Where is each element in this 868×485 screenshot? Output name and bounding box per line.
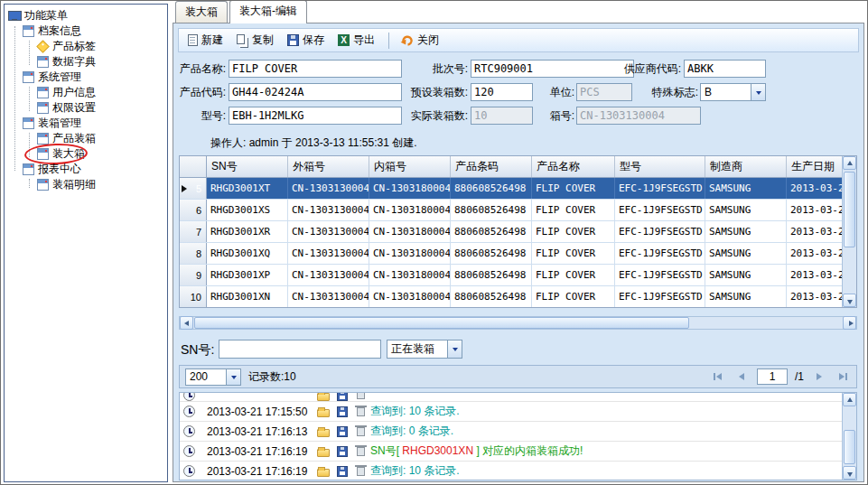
sidebar-item-pack-large-box[interactable]: 装大箱 — [6, 146, 165, 162]
tab-pack-large-box-edit[interactable]: 装大箱-编辑 — [229, 0, 307, 23]
cell-date[interactable]: 2013-03-20 — [787, 178, 843, 199]
sidebar-item-report-center[interactable]: 报表中心 — [6, 162, 165, 177]
dropdown-button[interactable] — [226, 369, 240, 385]
log-vertical-scrollbar[interactable] — [842, 393, 856, 480]
next-page-button[interactable] — [811, 369, 827, 385]
cell-product-name[interactable]: FLIP COVER — [532, 243, 615, 264]
cell-sn[interactable]: RHGD3001XN — [207, 286, 288, 307]
cell-inner-box[interactable]: CN-1303180004 — [369, 221, 451, 242]
cell-barcode[interactable]: 880608526498 — [451, 178, 532, 199]
scrollbar-thumb[interactable] — [194, 317, 689, 329]
export-button[interactable]: 导出 — [332, 30, 383, 51]
scroll-down-button[interactable] — [843, 294, 856, 307]
last-page-button[interactable] — [835, 369, 851, 385]
cell-outer-box[interactable]: CN-1303130004 — [288, 286, 369, 307]
column-header-sn[interactable]: SN号 — [207, 156, 288, 177]
cell-outer-box[interactable]: CN-1303130004 — [288, 221, 369, 242]
previous-page-button[interactable] — [733, 369, 750, 385]
scroll-down-button[interactable] — [843, 466, 856, 480]
cell-date[interactable]: 2013-03-20 — [787, 221, 843, 242]
cell-model[interactable]: EFC-1J9FSEGSTD — [615, 200, 705, 220]
sidebar-item-product-packing[interactable]: 产品装箱 — [6, 131, 165, 146]
table-row[interactable]: 8 RHGD3001XQ CN-1303130004 CN-1303180004… — [180, 243, 843, 265]
column-header-product-name[interactable]: 产品名称 — [532, 156, 615, 177]
grid-horizontal-scrollbar[interactable] — [179, 316, 857, 330]
scrollbar-thumb[interactable] — [844, 430, 855, 464]
table-row[interactable]: 9 RHGD3001XP CN-1303130004 CN-1303180004… — [180, 265, 843, 286]
cell-maker[interactable]: SAMSUNG — [705, 178, 787, 199]
row-header[interactable]: 6 — [180, 200, 207, 220]
save-button[interactable]: 保存 — [282, 30, 332, 51]
cell-barcode[interactable]: 880608526498 — [451, 243, 532, 264]
sidebar-item-data-dictionary[interactable]: 数据字典 — [6, 54, 165, 70]
column-header-date[interactable]: 生产日期 — [787, 156, 843, 177]
column-header-barcode[interactable]: 产品条码 — [451, 156, 532, 177]
row-header[interactable]: 5 — [180, 178, 207, 199]
tab-pack-large-box[interactable]: 装大箱 — [175, 1, 228, 23]
cell-inner-box[interactable]: CN-1303180004 — [369, 200, 451, 220]
special-flag-select[interactable]: B — [700, 83, 766, 101]
model-field[interactable] — [229, 107, 402, 125]
cell-sn[interactable]: RHGD3001XP — [207, 265, 288, 285]
row-header[interactable]: 8 — [180, 243, 207, 264]
cell-product-name[interactable]: FLIP COVER — [532, 286, 615, 307]
cell-model[interactable]: EFC-1J9FSEGSTD — [615, 221, 705, 242]
sidebar-item-system-management[interactable]: 系统管理 — [6, 70, 165, 85]
cell-date[interactable]: 2013-03-20 — [787, 200, 843, 220]
cell-inner-box[interactable]: CN-1303180004 — [369, 265, 451, 285]
column-header-outer-box[interactable]: 外箱号 — [288, 156, 369, 177]
cell-product-name[interactable]: FLIP COVER — [532, 221, 615, 242]
sidebar-item-packing-management[interactable]: 装箱管理 — [6, 116, 165, 131]
row-header[interactable]: 10 — [180, 286, 207, 307]
table-row[interactable]: 10 RHGD3001XN CN-1303130004 CN-130318000… — [180, 286, 843, 307]
page-size-select[interactable]: 200 — [185, 368, 241, 386]
cell-maker[interactable]: SAMSUNG — [705, 200, 787, 220]
page-number-input[interactable] — [757, 368, 788, 385]
row-header[interactable]: 7 — [180, 221, 207, 242]
first-page-button[interactable] — [710, 369, 726, 385]
scroll-up-button[interactable] — [843, 393, 856, 406]
cell-inner-box[interactable]: CN-1303180004 — [369, 286, 451, 307]
sidebar-item-permission-settings[interactable]: 权限设置 — [6, 100, 165, 116]
row-header[interactable]: 9 — [180, 265, 207, 285]
sidebar-item-packing-detail[interactable]: 装箱明细 — [6, 177, 165, 192]
close-button[interactable]: 关闭 — [395, 30, 447, 51]
cell-sn[interactable]: RHGD3001XR — [207, 221, 288, 242]
new-button[interactable]: 新建 — [182, 30, 231, 51]
column-header-inner-box[interactable]: 内箱号 — [369, 156, 451, 177]
table-row[interactable]: 6 RHGD3001XS CN-1303130004 CN-1303180004… — [180, 200, 843, 221]
cell-sn[interactable]: RHGD3001XT — [207, 178, 288, 199]
cell-inner-box[interactable]: CN-1303180004 — [369, 243, 451, 264]
sn-input[interactable] — [219, 340, 381, 359]
cell-outer-box[interactable]: CN-1303130004 — [288, 200, 369, 220]
cell-inner-box[interactable]: CN-1303180004 — [369, 178, 451, 199]
product-code-field[interactable] — [229, 83, 402, 101]
packing-status-select[interactable]: 正在装箱 — [387, 340, 462, 359]
cell-date[interactable]: 2013-03-20 — [787, 243, 843, 264]
cell-maker[interactable]: SAMSUNG — [705, 221, 787, 242]
cell-model[interactable]: EFC-1J9FSEGSTD — [615, 178, 705, 199]
copy-button[interactable]: 复制 — [231, 30, 282, 51]
cell-outer-box[interactable]: CN-1303130004 — [288, 178, 369, 199]
column-header-model[interactable]: 型号 — [615, 156, 705, 177]
cell-product-name[interactable]: FLIP COVER — [532, 265, 615, 285]
grid-vertical-scrollbar[interactable] — [842, 156, 856, 307]
table-row[interactable]: 7 RHGD3001XR CN-1303130004 CN-1303180004… — [180, 221, 843, 243]
cell-outer-box[interactable]: CN-1303130004 — [288, 265, 369, 285]
product-name-field[interactable] — [229, 60, 402, 78]
cell-outer-box[interactable]: CN-1303130004 — [288, 243, 369, 264]
sidebar-item-archive-info[interactable]: 档案信息 — [6, 23, 165, 39]
scrollbar-thumb[interactable] — [844, 172, 855, 247]
column-header-maker[interactable]: 制造商 — [705, 156, 787, 177]
cell-model[interactable]: EFC-1J9FSEGSTD — [615, 243, 705, 264]
cell-date[interactable]: 2013-03-20 — [787, 286, 843, 307]
cell-product-name[interactable]: FLIP COVER — [532, 178, 615, 199]
table-row[interactable]: 5 RHGD3001XT CN-1303130004 CN-1303180004… — [180, 178, 843, 200]
scroll-right-button[interactable] — [843, 316, 856, 330]
cell-barcode[interactable]: 880608526498 — [451, 265, 532, 285]
dropdown-button[interactable] — [751, 84, 765, 100]
scroll-up-button[interactable] — [843, 156, 856, 170]
cell-barcode[interactable]: 880608526498 — [451, 221, 532, 242]
cell-model[interactable]: EFC-1J9FSEGSTD — [615, 286, 705, 307]
cell-sn[interactable]: RHGD3001XQ — [207, 243, 288, 264]
